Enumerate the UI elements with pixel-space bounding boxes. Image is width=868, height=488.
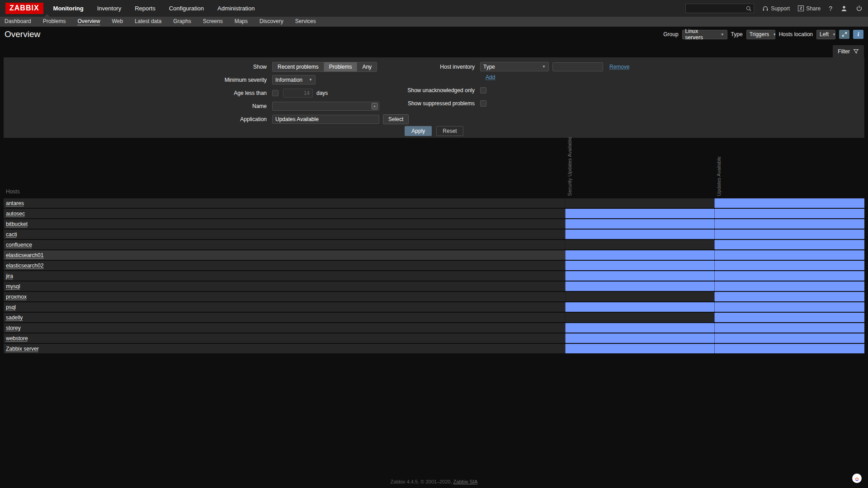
age-days-input[interactable]	[283, 89, 313, 98]
host-link[interactable]: elasticsearch01	[6, 252, 43, 258]
application-select-button[interactable]: Select	[383, 114, 409, 124]
subnav-item-graphs[interactable]: Graphs	[173, 18, 191, 25]
subnav-item-overview[interactable]: Overview	[77, 18, 100, 25]
trigger-cell-problem[interactable]	[714, 240, 864, 249]
trigger-cell-problem[interactable]	[714, 219, 864, 229]
table-row: storey	[4, 322, 864, 333]
search-input[interactable]	[686, 5, 745, 12]
host-link[interactable]: bitbucket	[6, 221, 28, 227]
host-inventory-remove-link[interactable]: Remove	[609, 64, 630, 70]
table-body: antaresautosecbitbucketcacticonfluenceel…	[4, 197, 864, 353]
support-link[interactable]: Support	[762, 5, 790, 12]
filter-right-column: Host inventory Type ▼ Remove Add Show un…	[354, 62, 630, 110]
table-row: cacti	[4, 229, 864, 239]
suppressed-checkbox[interactable]	[480, 100, 486, 107]
zabbix-logo[interactable]: ZABBIX	[5, 3, 43, 14]
info-button[interactable]: i	[853, 30, 863, 39]
main-menu-administration[interactable]: Administration	[217, 5, 255, 12]
host-inventory-add-link[interactable]: Add	[486, 74, 495, 80]
trigger-cell-problem[interactable]	[565, 344, 714, 353]
subnav-item-maps[interactable]: Maps	[235, 18, 248, 25]
subnav-item-problems[interactable]: Problems	[43, 18, 66, 25]
trigger-cell-problem[interactable]	[714, 271, 864, 281]
min-severity-value: Information	[275, 77, 302, 83]
type-select[interactable]: Triggers ▼	[746, 30, 775, 39]
trigger-cell-problem[interactable]	[714, 344, 864, 353]
hosts-location-select[interactable]: Left ▼	[816, 30, 835, 39]
subnav-item-web[interactable]: Web	[112, 18, 123, 25]
trigger-cell-problem[interactable]	[714, 261, 864, 270]
search-icon[interactable]	[745, 5, 752, 12]
trigger-cell-problem[interactable]	[714, 230, 864, 239]
trigger-cell-problem[interactable]	[714, 250, 864, 260]
share-link[interactable]: Z Share	[798, 5, 821, 12]
apply-button[interactable]: Apply	[405, 126, 432, 136]
host-inventory-field-select[interactable]: Type ▼	[480, 62, 549, 71]
trigger-cell-problem[interactable]	[565, 302, 714, 312]
logout-power-icon[interactable]	[856, 5, 863, 12]
host-link[interactable]: antares	[6, 200, 24, 206]
host-link[interactable]: proxmox	[6, 294, 27, 300]
subnav-item-services[interactable]: Services	[295, 18, 316, 25]
host-link[interactable]: webstore	[6, 335, 28, 342]
group-select[interactable]: Linux servers ▼	[682, 30, 727, 39]
age-checkbox[interactable]	[272, 90, 278, 96]
host-link[interactable]: cacti	[6, 231, 17, 238]
help-button[interactable]: ?	[829, 5, 832, 12]
clickup-extension-button[interactable]	[852, 474, 862, 483]
subnav-item-latest-data[interactable]: Latest data	[135, 18, 161, 25]
subnav-item-discovery[interactable]: Discovery	[259, 18, 283, 25]
subnav-item-screens[interactable]: Screens	[203, 18, 223, 25]
unacknowledged-checkbox[interactable]	[480, 87, 486, 94]
trigger-cell-problem[interactable]	[714, 302, 864, 312]
trigger-cell-problem[interactable]	[565, 323, 714, 333]
main-menu-configuration[interactable]: Configuration	[169, 5, 204, 12]
trigger-cell-problem[interactable]	[565, 250, 714, 260]
host-link[interactable]: elasticsearch02	[6, 263, 43, 269]
trigger-cell-problem[interactable]	[714, 323, 864, 333]
application-input[interactable]	[272, 115, 379, 124]
host-link[interactable]: Zabbix server	[6, 346, 39, 352]
trigger-cell-problem[interactable]	[565, 333, 714, 343]
trigger-cell-problem[interactable]	[565, 261, 714, 270]
host-link[interactable]: jira	[6, 273, 13, 279]
host-inventory-value-input[interactable]	[552, 62, 603, 71]
host-link[interactable]: confluence	[6, 242, 32, 248]
trigger-cell-problem[interactable]	[714, 198, 864, 208]
top-right-cluster: Support Z Share ?	[685, 4, 863, 13]
trigger-cell-problem[interactable]	[565, 209, 714, 218]
reset-button[interactable]: Reset	[436, 126, 463, 136]
trigger-cell-problem[interactable]	[565, 271, 714, 281]
host-cell: webstore	[4, 333, 565, 343]
user-profile-icon[interactable]	[840, 5, 848, 12]
subnav-item-dashboard[interactable]: Dashboard	[5, 18, 31, 25]
filter-tab[interactable]: Filter	[833, 45, 864, 57]
trigger-cell-problem[interactable]	[714, 292, 864, 301]
trigger-cell-problem[interactable]	[565, 230, 714, 239]
trigger-cell-problem[interactable]	[565, 219, 714, 229]
main-menu-monitoring[interactable]: Monitoring	[53, 5, 84, 12]
trigger-cell-problem[interactable]	[565, 282, 714, 291]
trigger-cell-problem[interactable]	[714, 313, 864, 322]
footer-zabbix-sia-link[interactable]: Zabbix SIA	[453, 479, 478, 484]
expand-arrows-icon	[842, 32, 847, 37]
host-link[interactable]: storey	[6, 325, 21, 331]
host-link[interactable]: mysql	[6, 283, 20, 290]
host-link[interactable]: autosec	[6, 211, 25, 217]
fullscreen-button[interactable]	[839, 30, 849, 39]
show-option-problems[interactable]: Problems	[324, 62, 358, 71]
trigger-cell-problem[interactable]	[714, 282, 864, 291]
show-option-recent-problems[interactable]: Recent problems	[273, 62, 324, 71]
page-title: Overview	[5, 29, 40, 39]
trigger-cell-problem[interactable]	[714, 333, 864, 343]
trigger-cell-empty	[565, 240, 714, 249]
main-menu-reports[interactable]: Reports	[135, 5, 156, 12]
show-label: Show	[4, 64, 272, 70]
host-cell: elasticsearch02	[4, 261, 565, 270]
min-severity-select[interactable]: Information ▼	[272, 75, 316, 84]
trigger-cell-problem[interactable]	[714, 209, 864, 218]
host-link[interactable]: sadelly	[6, 314, 23, 321]
host-link[interactable]: psql	[6, 304, 16, 310]
main-menu-inventory[interactable]: Inventory	[97, 5, 121, 12]
table-header: Hosts Security Updates Available Updates…	[4, 141, 864, 197]
